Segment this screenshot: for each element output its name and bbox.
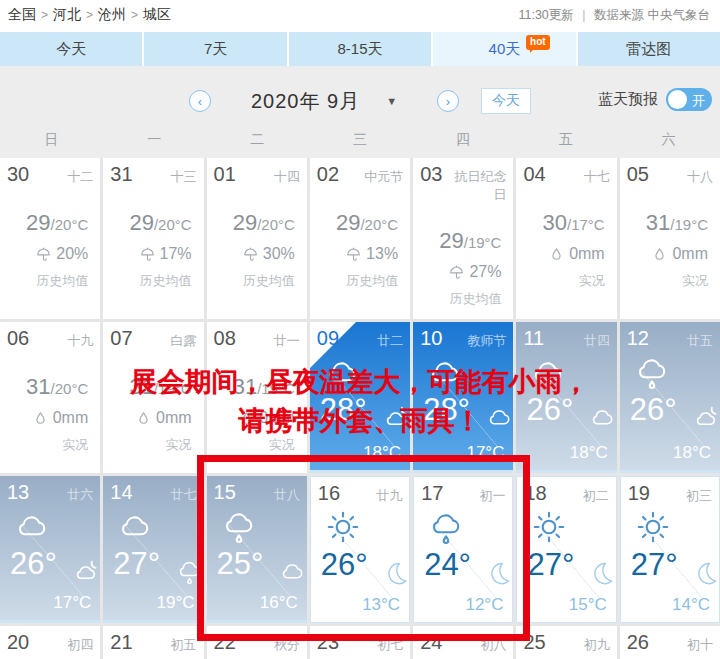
day-cell-0909-today[interactable]: 09廿二 28° 18°C: [310, 322, 410, 473]
breadcrumb-separator: >: [131, 8, 138, 22]
breadcrumb-province[interactable]: 河北: [53, 6, 81, 24]
day-cell-0919[interactable]: 19初三 27° 14°C: [620, 476, 720, 623]
day-cell-0918[interactable]: 18初二 27° 15°C: [516, 476, 616, 623]
cell-type-label: 实况: [207, 436, 295, 454]
cell-type-label: 实况: [0, 436, 88, 454]
droplet-icon: [32, 410, 49, 427]
day-cell-0907[interactable]: 07白露 31/19°C 0mm 实况: [103, 322, 203, 473]
breadcrumb-separator: >: [41, 8, 48, 22]
day-cell-0830[interactable]: 30十二 29/20°C 20% 历史均值: [0, 158, 100, 319]
weekday-tue: 二: [206, 122, 309, 158]
lunar-label: 初五: [171, 636, 197, 654]
toggle-knob: [668, 90, 687, 109]
breadcrumb-district[interactable]: 城区: [143, 6, 171, 24]
day-cell-0922[interactable]: 22秋分: [207, 626, 307, 659]
cell-type-label: 实况: [620, 272, 708, 290]
date-number: 23: [317, 631, 339, 654]
day-cell-0831[interactable]: 31十三 29/20°C 17% 历史均值: [103, 158, 203, 319]
date-number: 13: [7, 481, 29, 504]
lunar-label: 廿二: [377, 332, 403, 350]
night-temp: 18°C: [673, 443, 711, 463]
temp-high: 30: [543, 210, 567, 235]
breadcrumb-city[interactable]: 沧州: [98, 6, 126, 24]
day-cell-0915[interactable]: 15廿八 25° 16°C: [207, 476, 307, 623]
day-temp: 24°: [424, 547, 471, 583]
temp-low: /19°C: [154, 380, 192, 397]
cloud-icon: [427, 354, 463, 390]
calendar-row-1: 30十二 29/20°C 20% 历史均值 31十三 29/20°C 17% 历…: [0, 158, 720, 322]
date-number: 14: [110, 481, 132, 504]
lunar-label: 廿七: [171, 486, 197, 504]
sun-icon: [635, 509, 671, 545]
day-cell-0912[interactable]: 12廿五 26° 18°C: [620, 322, 720, 473]
precip-value: 0mm: [259, 409, 295, 427]
day-cell-0916[interactable]: 16廿九 26° 13°C: [310, 476, 410, 623]
data-source: 数据来源 中央气象台: [594, 8, 710, 22]
day-temp: 26°: [10, 546, 57, 582]
breadcrumb-country[interactable]: 全国: [8, 6, 36, 24]
date-number: 16: [318, 482, 340, 505]
date-number: 19: [628, 482, 650, 505]
day-cell-0914[interactable]: 14廿七 27° 19°C: [103, 476, 203, 623]
date-number: 26: [627, 631, 649, 654]
day-cell-0908[interactable]: 08廿一 31/19°C 0mm 实况: [207, 322, 307, 473]
cloud-moon-icon: [73, 558, 100, 585]
lunar-label: 廿六: [67, 486, 93, 504]
day-cell-0924[interactable]: 24初八: [413, 626, 513, 659]
update-divider: |: [582, 8, 585, 22]
rain-icon: [634, 354, 670, 390]
day-temp: 26°: [321, 547, 368, 583]
night-temp: 16°C: [260, 593, 298, 613]
precip-value: 30%: [263, 245, 295, 263]
next-month-button[interactable]: ›: [437, 90, 459, 112]
lunar-label: 十四: [274, 168, 300, 186]
day-cell-0921[interactable]: 21初五: [103, 626, 203, 659]
chevron-down-icon[interactable]: ▼: [386, 95, 397, 107]
day-cell-0925[interactable]: 25初九: [516, 626, 616, 659]
temp-low: /20°C: [51, 380, 89, 397]
day-cell-0917[interactable]: 17初一 24° 12°C: [413, 476, 513, 623]
day-cell-0920[interactable]: 20初四: [0, 626, 100, 659]
prev-month-button[interactable]: ‹: [189, 90, 211, 112]
cloud-moon-icon: [383, 404, 410, 431]
tab-7day[interactable]: 7天: [144, 32, 286, 66]
today-button[interactable]: 今天: [481, 88, 531, 114]
temp-high: 29: [336, 210, 360, 235]
blue-sky-toggle[interactable]: 开: [666, 88, 712, 111]
day-cell-0911[interactable]: 11廿四 26° 18°C: [516, 322, 616, 473]
day-temp: 28°: [320, 392, 367, 428]
day-cell-0926[interactable]: 26初十: [620, 626, 720, 659]
day-cell-0905[interactable]: 05十八 31/19°C 0mm 实况: [620, 158, 720, 319]
toggle-state-label: 开: [692, 92, 705, 110]
day-cell-0913[interactable]: 13廿六 26° 17°C: [0, 476, 100, 623]
temp-high: 31: [26, 374, 50, 399]
lunar-label: 十七: [584, 168, 610, 186]
day-cell-0904[interactable]: 04十七 30/17°C 0mm 实况: [516, 158, 616, 319]
night-temp: 18°C: [570, 443, 608, 463]
date-number: 07: [110, 327, 132, 350]
day-cell-0910[interactable]: 10教师节 28° 17°C: [413, 322, 513, 473]
solar-term-label: 秋分: [274, 636, 300, 654]
hot-badge: hot: [526, 35, 550, 50]
temp-high: 29: [129, 210, 153, 235]
date-number: 22: [214, 631, 236, 654]
day-temp: 27°: [113, 546, 160, 582]
day-cell-0902[interactable]: 02中元节 29/20°C 13% 历史均值: [310, 158, 410, 319]
lunar-label: 廿八: [274, 486, 300, 504]
solar-term-label: 白露: [171, 332, 197, 350]
date-number: 25: [523, 631, 545, 654]
tab-today[interactable]: 今天: [0, 32, 142, 66]
precip-value: 0mm: [53, 409, 89, 427]
temp-low: /20°C: [154, 216, 192, 233]
year-month-label[interactable]: 2020年 9月: [251, 88, 360, 115]
date-number: 03: [420, 163, 442, 186]
tab-40day[interactable]: 40天 hot: [433, 32, 575, 66]
tab-8-15day[interactable]: 8-15天: [289, 32, 431, 66]
precip-value: 17%: [160, 245, 192, 263]
day-cell-0923[interactable]: 23初七: [310, 626, 410, 659]
day-cell-0906[interactable]: 06十九 31/20°C 0mm 实况: [0, 322, 100, 473]
day-cell-0901[interactable]: 01十四 29/20°C 30% 历史均值: [207, 158, 307, 319]
tab-radar[interactable]: 雷达图: [578, 32, 720, 66]
day-cell-0903[interactable]: 03抗日纪念日 29/19°C 27% 历史均值: [413, 158, 513, 319]
moon-icon: [694, 559, 719, 586]
